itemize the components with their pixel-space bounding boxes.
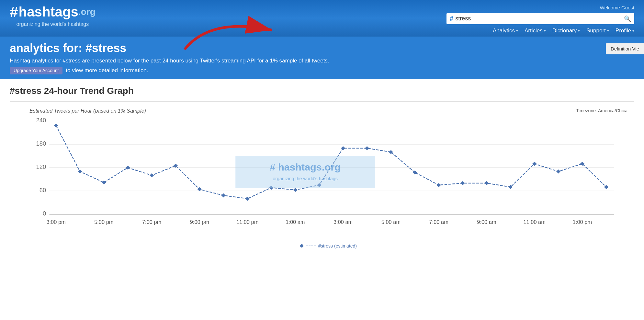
nav-analytics-label: Analytics <box>493 28 515 34</box>
header-right: Welcome Guest # 🔍 Analytics ▾ Articles ▾… <box>446 3 634 37</box>
support-dropdown-arrow: ▾ <box>607 29 609 33</box>
svg-rect-15 <box>150 173 154 177</box>
svg-rect-27 <box>437 183 441 187</box>
svg-rect-28 <box>461 181 465 185</box>
svg-rect-32 <box>557 170 560 173</box>
svg-text:11:00 am: 11:00 am <box>523 219 545 225</box>
svg-text:11:00 pm: 11:00 pm <box>236 219 258 225</box>
nav-item-articles[interactable]: Articles ▾ <box>525 28 546 34</box>
svg-text:120: 120 <box>36 163 46 170</box>
svg-text:180: 180 <box>36 140 46 147</box>
svg-rect-34 <box>604 185 608 189</box>
nav-item-profile[interactable]: Profile ▾ <box>616 28 634 34</box>
chart-header: Estimated Tweets per Hour (based on 1% S… <box>29 108 627 114</box>
chart-legend: #stress (estimated) <box>29 243 627 248</box>
svg-text:3:00 pm: 3:00 pm <box>46 219 65 225</box>
articles-dropdown-arrow: ▾ <box>544 29 546 33</box>
chart-label: Estimated Tweets per Hour (based on 1% S… <box>29 108 146 114</box>
analytics-dropdown-arrow: ▾ <box>516 29 518 33</box>
site-header: # hashtags .org organizing the world's h… <box>0 0 644 37</box>
svg-rect-17 <box>198 187 202 191</box>
welcome-text: Welcome Guest <box>600 5 634 10</box>
svg-rect-18 <box>221 193 225 197</box>
chart-timezone: Timezone: America/Chica <box>576 108 627 114</box>
nav-item-analytics[interactable]: Analytics ▾ <box>493 28 518 34</box>
trend-section: #stress 24-hour Trend Graph Estimated Tw… <box>0 79 644 270</box>
svg-text:5:00 pm: 5:00 pm <box>94 219 113 225</box>
profile-dropdown-arrow: ▾ <box>632 29 634 33</box>
svg-rect-21 <box>293 188 297 192</box>
nav-item-dictionary[interactable]: Dictionary ▾ <box>552 28 580 34</box>
legend-dot <box>300 244 303 248</box>
svg-text:1:00 pm: 1:00 pm <box>573 219 592 225</box>
legend-line <box>306 246 316 246</box>
search-input[interactable] <box>455 15 624 22</box>
svg-text:240: 240 <box>36 117 46 124</box>
svg-rect-31 <box>533 162 537 165</box>
nav-articles-label: Articles <box>525 28 543 34</box>
logo-hash-symbol: # <box>10 3 18 21</box>
trend-title: #stress 24-hour Trend Graph <box>10 86 634 96</box>
analytics-banner: analytics for: #stress Hashtag analytics… <box>0 37 644 79</box>
search-button[interactable]: 🔍 <box>624 15 631 22</box>
dictionary-dropdown-arrow: ▾ <box>578 29 580 33</box>
nav-support-label: Support <box>586 28 606 34</box>
svg-text:organizing the world's hashtag: organizing the world's hashtags <box>273 176 338 181</box>
search-bar: # 🔍 <box>446 13 634 24</box>
svg-text:0: 0 <box>43 210 46 217</box>
logo-title: # hashtags .org <box>10 3 96 21</box>
analytics-description: Hashtag analytics for #stress are presen… <box>10 58 398 64</box>
nav-menu: Analytics ▾ Articles ▾ Dictionary ▾ Supp… <box>493 28 634 34</box>
svg-text:7:00 pm: 7:00 pm <box>142 219 161 225</box>
svg-text:5:00 am: 5:00 am <box>381 219 401 225</box>
svg-text:3:00 am: 3:00 am <box>333 219 353 225</box>
upgrade-suffix: to view more detailed information. <box>66 67 148 74</box>
nav-dictionary-label: Dictionary <box>552 28 577 34</box>
chart-svg: 240 180 120 60 0 <box>29 117 627 240</box>
legend-label: #stress (estimated) <box>318 243 357 248</box>
svg-text:# hashtags.org: # hashtags.org <box>270 161 341 172</box>
logo-org-text: .org <box>78 7 96 17</box>
svg-text:9:00 am: 9:00 am <box>477 219 496 225</box>
logo-hashtags-text: hashtags <box>19 4 78 20</box>
chart-area: 240 180 120 60 0 <box>29 117 627 240</box>
upgrade-row: Upgrade Your Account to view more detail… <box>10 67 634 74</box>
svg-rect-29 <box>485 181 489 185</box>
svg-text:1:00 am: 1:00 am <box>286 219 305 225</box>
svg-rect-12 <box>78 170 82 173</box>
svg-text:60: 60 <box>40 187 46 193</box>
logo-area: # hashtags .org organizing the world's h… <box>10 3 96 30</box>
nav-profile-label: Profile <box>616 28 631 34</box>
upgrade-button[interactable]: Upgrade Your Account <box>10 67 62 74</box>
definition-view-button[interactable]: Definition Vie <box>606 43 644 54</box>
search-hash-icon: # <box>450 15 453 22</box>
nav-item-support[interactable]: Support ▾ <box>586 28 609 34</box>
logo-tagline: organizing the world's hashtags <box>17 21 89 27</box>
svg-rect-24 <box>365 146 369 150</box>
svg-rect-11 <box>54 124 58 127</box>
chart-container: Estimated Tweets per Hour (based on 1% S… <box>10 101 634 263</box>
svg-text:9:00 pm: 9:00 pm <box>190 219 209 225</box>
svg-rect-19 <box>245 197 249 200</box>
svg-text:7:00 am: 7:00 am <box>429 219 448 225</box>
page-title: analytics for: #stress <box>10 41 634 55</box>
